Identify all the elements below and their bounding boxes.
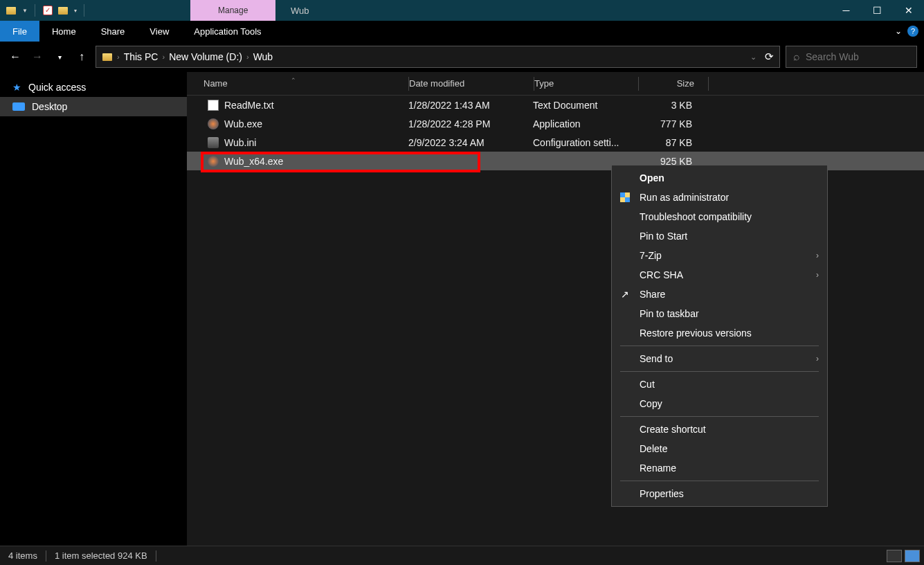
file-icon [208, 137, 219, 148]
ctx-pin-start[interactable]: Pin to Start [612, 226, 827, 246]
close-button[interactable]: ✕ [893, 0, 924, 21]
column-header-size[interactable]: Size [639, 78, 708, 89]
breadcrumb-item[interactable]: New Volume (D:) [169, 51, 242, 62]
ctx-run-as-admin[interactable]: Run as administrator [612, 188, 827, 207]
file-size: 777 KB [637, 118, 706, 129]
refresh-button[interactable]: ⟳ [765, 51, 774, 63]
file-size: 87 KB [637, 137, 706, 148]
column-header-date[interactable]: Date modified [409, 78, 534, 89]
sort-indicator-icon: ⌃ [291, 77, 296, 84]
chevron-right-icon: › [816, 270, 819, 280]
context-menu: Open Run as administrator Troubleshoot c… [611, 165, 828, 507]
expand-ribbon-icon[interactable]: ⌄ [895, 26, 902, 36]
chevron-right-icon: › [816, 251, 819, 260]
column-headers: Name ⌃ Date modified Type Size [187, 72, 924, 96]
status-bar: 4 items 1 item selected 924 KB [0, 546, 924, 565]
minimize-button[interactable]: ─ [831, 0, 862, 21]
file-type: Text Document [533, 100, 637, 111]
ctx-pin-taskbar[interactable]: Pin to taskbar [612, 304, 827, 323]
file-icon [208, 100, 219, 111]
chevron-down-icon[interactable]: ▼ [22, 8, 28, 14]
tab-share[interactable]: Share [89, 22, 138, 41]
status-item-count: 4 items [8, 550, 37, 561]
shield-icon [619, 191, 631, 204]
column-header-type[interactable]: Type [534, 78, 638, 89]
file-type: Configuration setti... [533, 137, 637, 148]
tab-application-tools[interactable]: Application Tools [181, 22, 273, 41]
desktop-icon [12, 102, 25, 111]
file-row[interactable]: Wub.ini2/9/2022 3:24 AMConfiguration set… [187, 133, 924, 152]
ctx-properties[interactable]: Properties [612, 484, 827, 503]
quick-access-toolbar: ▼ ✓ ▾ [0, 4, 87, 17]
file-tab[interactable]: File [0, 21, 39, 42]
chevron-down-icon[interactable]: ▾ [74, 8, 77, 14]
chevron-right-icon[interactable]: › [162, 53, 165, 61]
file-name: Wub_x64.exe [224, 156, 283, 167]
ctx-crc-sha[interactable]: CRC SHA › [612, 265, 827, 285]
sidebar-item-label: Quick access [28, 82, 86, 93]
ctx-create-shortcut[interactable]: Create shortcut [612, 420, 827, 439]
search-input[interactable] [806, 51, 909, 62]
file-date: 2/9/2022 3:24 AM [408, 137, 533, 148]
address-bar-row: ← → ▾ ↑ › This PC › New Volume (D:) › Wu… [0, 42, 924, 72]
window-title: Wub [291, 6, 309, 16]
contextual-tab-manage[interactable]: Manage [190, 0, 275, 21]
ctx-cut[interactable]: Cut [612, 375, 827, 394]
column-header-name[interactable]: Name ⌃ [187, 78, 408, 89]
recent-locations-button[interactable]: ▾ [51, 48, 68, 65]
ctx-share[interactable]: ↗ Share [612, 285, 827, 304]
file-name: Wub.exe [224, 118, 262, 129]
file-date: 1/28/2022 4:28 PM [408, 118, 533, 129]
file-icon [208, 118, 219, 129]
file-icon [208, 156, 219, 167]
chevron-down-icon[interactable]: ⌄ [750, 53, 757, 62]
sidebar-item-label: Desktop [32, 101, 67, 112]
file-list-pane: Name ⌃ Date modified Type Size ReadMe.tx… [187, 72, 924, 546]
file-date: 1/28/2022 1:43 AM [408, 100, 533, 111]
up-button[interactable]: ↑ [73, 48, 90, 65]
details-view-button[interactable] [887, 550, 902, 562]
ctx-rename[interactable]: Rename [612, 458, 827, 478]
chevron-right-icon: › [816, 354, 819, 364]
ctx-troubleshoot[interactable]: Troubleshoot compatibility [612, 207, 827, 226]
thumbnails-view-button[interactable] [905, 550, 920, 562]
ctx-copy[interactable]: Copy [612, 394, 827, 413]
sidebar-item-desktop[interactable]: Desktop [0, 97, 187, 116]
breadcrumb-item[interactable]: This PC [124, 51, 158, 62]
maximize-button[interactable]: ☐ [862, 0, 893, 21]
help-button[interactable]: ? [907, 26, 918, 37]
tab-home[interactable]: Home [39, 22, 89, 41]
breadcrumb-item[interactable]: Wub [253, 51, 273, 62]
back-button[interactable]: ← [7, 48, 24, 65]
file-size: 3 KB [637, 100, 706, 111]
file-row[interactable]: Wub.exe1/28/2022 4:28 PMApplication777 K… [187, 114, 924, 133]
navigation-pane: ★ Quick access Desktop [0, 72, 187, 546]
chevron-right-icon[interactable]: › [117, 53, 120, 61]
folder-icon [102, 51, 113, 62]
file-type: Application [533, 118, 637, 129]
ribbon-tabs: File Home Share View Application Tools ⌄… [0, 21, 924, 42]
address-bar[interactable]: › This PC › New Volume (D:) › Wub ⌄ ⟳ [96, 46, 780, 68]
properties-icon[interactable]: ✓ [42, 5, 53, 16]
chevron-right-icon[interactable]: › [246, 53, 249, 61]
folder-icon[interactable] [6, 5, 17, 16]
ctx-send-to[interactable]: Send to › [612, 349, 827, 368]
tab-view[interactable]: View [137, 22, 181, 41]
search-icon: ⌕ [793, 51, 800, 63]
file-name: Wub.ini [224, 137, 256, 148]
search-box[interactable]: ⌕ [786, 46, 917, 68]
ctx-restore-versions[interactable]: Restore previous versions [612, 323, 827, 343]
folder-icon[interactable] [57, 5, 69, 16]
ctx-open[interactable]: Open [612, 168, 827, 188]
star-icon: ★ [12, 82, 21, 93]
file-row[interactable]: ReadMe.txt1/28/2022 1:43 AMText Document… [187, 96, 924, 114]
share-icon: ↗ [619, 288, 631, 301]
ctx-delete[interactable]: Delete [612, 439, 827, 458]
sidebar-item-quick-access[interactable]: ★ Quick access [0, 78, 187, 97]
file-name: ReadMe.txt [224, 100, 274, 111]
forward-button[interactable]: → [29, 48, 46, 65]
title-bar: ▼ ✓ ▾ Manage Wub ─ ☐ ✕ [0, 0, 924, 21]
ctx-7zip[interactable]: 7-Zip › [612, 246, 827, 265]
status-selection: 1 item selected 924 KB [55, 550, 147, 561]
